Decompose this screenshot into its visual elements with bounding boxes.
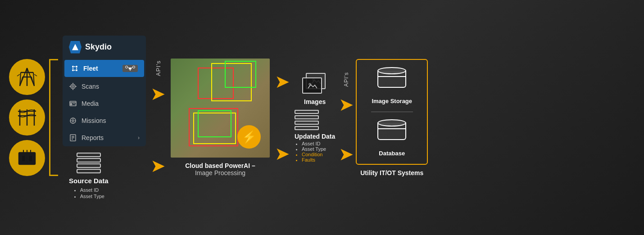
db-stack-icon xyxy=(77,153,101,173)
image-storage-db-icon xyxy=(377,67,406,90)
svg-line-10 xyxy=(34,74,37,76)
source-bullet-2: Asset Type xyxy=(80,194,104,199)
utility-box: Image Storage Database xyxy=(356,59,428,165)
media-label: Media xyxy=(82,100,99,107)
utility-system-label: Utility IT/OT Systems xyxy=(360,169,423,176)
power-tower-icon xyxy=(9,59,45,95)
apis-left-container: API's xyxy=(155,60,162,76)
source-bullet-1: Asset ID xyxy=(80,187,104,193)
missions-icon xyxy=(69,117,77,125)
updated-bullet-3: Condition xyxy=(302,152,326,157)
nav-item-fleet[interactable]: Fleet xyxy=(64,60,144,77)
svg-point-25 xyxy=(76,69,77,71)
updated-bullets: Asset ID Asset Type Condition Faults xyxy=(295,141,326,163)
detect-box-green-2 xyxy=(198,110,231,137)
main-container: Skydio Fleet xyxy=(0,0,644,235)
server-icon xyxy=(295,110,319,130)
center-labels: Cloud based PowerAI – Image Processing xyxy=(185,162,255,176)
media-icon xyxy=(69,99,77,108)
drone-badge xyxy=(122,65,138,72)
missions-label: Missions xyxy=(82,117,106,124)
arrow-right-top: ➤ xyxy=(275,72,290,90)
arrow-to-center-bottom: ➤ xyxy=(150,157,166,175)
chevron-icon: › xyxy=(138,135,140,141)
skydio-header: Skydio xyxy=(63,36,146,59)
updated-bullet-2: Asset Type xyxy=(302,146,326,152)
nav-item-scans[interactable]: Scans xyxy=(63,78,146,95)
svg-rect-27 xyxy=(76,68,77,69)
nav-item-media[interactable]: Media xyxy=(63,95,146,112)
left-bracket-group xyxy=(9,59,63,176)
drone-icon xyxy=(125,66,135,71)
svg-rect-29 xyxy=(74,70,75,71)
arrow-to-utility-top: ➤ xyxy=(339,95,354,113)
database-db-icon xyxy=(377,119,406,143)
scans-label: Scans xyxy=(82,83,99,90)
lines-svg xyxy=(16,107,38,128)
power-lines-icon xyxy=(9,99,45,136)
svg-point-44 xyxy=(71,104,72,105)
apis-right-label: API's xyxy=(343,72,349,87)
detect-box-green-1 xyxy=(225,61,256,88)
svg-point-31 xyxy=(126,66,128,68)
skydio-logo xyxy=(69,41,82,54)
svg-point-56 xyxy=(309,83,311,85)
utility-divider xyxy=(371,112,413,112)
center-image-section: ⚡ Cloud based PowerAI – Image Processing xyxy=(171,59,270,176)
reports-icon xyxy=(69,134,77,142)
apis-right-container: API's ➤ ➤ xyxy=(339,72,354,163)
center-main-label: Cloud based PowerAI – xyxy=(185,162,255,169)
svg-rect-18 xyxy=(29,155,32,162)
nav-item-reports[interactable]: Reports › xyxy=(63,129,146,146)
left-bracket xyxy=(49,59,58,176)
skydio-logo-triangle xyxy=(72,44,78,50)
database-label: Database xyxy=(379,150,405,157)
mountain-icon-front xyxy=(307,82,317,89)
left-arrows: ➤ ➤ xyxy=(150,85,166,175)
updated-data-box: Updated Data Asset ID Asset Type Conditi… xyxy=(295,110,335,163)
svg-rect-30 xyxy=(129,68,132,69)
source-data-label: Source Data xyxy=(69,177,109,185)
transformer-icon xyxy=(9,140,45,176)
image-storage-label: Image Storage xyxy=(372,98,412,104)
svg-line-9 xyxy=(17,74,20,76)
fleet-icon xyxy=(71,64,79,72)
lightning-badge: ⚡ xyxy=(237,125,261,149)
svg-rect-26 xyxy=(73,68,73,69)
svg-point-24 xyxy=(72,69,74,71)
svg-point-37 xyxy=(72,86,74,87)
nav-item-missions[interactable]: Missions xyxy=(63,112,146,129)
apis-left-label: API's xyxy=(155,60,162,76)
svg-point-36 xyxy=(71,84,75,89)
fleet-label: Fleet xyxy=(83,65,98,72)
svg-point-32 xyxy=(133,66,135,68)
skydio-panel: Skydio Fleet xyxy=(63,36,146,146)
images-box: Images xyxy=(295,73,335,105)
svg-point-23 xyxy=(76,66,77,68)
updated-data-label: Updated Data xyxy=(295,133,335,140)
image-stack-icon xyxy=(302,73,327,95)
brand-name: Skydio xyxy=(85,42,112,52)
svg-point-46 xyxy=(72,120,74,122)
source-bullets: Asset ID Asset Type xyxy=(73,187,104,200)
svg-rect-28 xyxy=(74,66,75,67)
utility-column: Image Storage Database Utility IT/OT Sys… xyxy=(356,59,428,176)
apis-right-section: API's ➤ ➤ xyxy=(339,59,354,176)
arrow-to-center-top: ➤ xyxy=(150,85,166,103)
apis-left-section: API's ➤ ➤ xyxy=(150,41,166,194)
right-data-column: Images Updated Data Asset ID Asset Type … xyxy=(295,73,335,163)
center-sub-label: Image Processing xyxy=(185,169,255,176)
scans-icon xyxy=(69,82,77,90)
transformer-svg xyxy=(16,147,38,169)
updated-bullet-4: Faults xyxy=(302,157,326,163)
reports-label: Reports xyxy=(82,134,104,141)
center-label-text: Cloud based PowerAI – xyxy=(185,162,255,169)
svg-rect-17 xyxy=(22,155,25,162)
tower-svg xyxy=(16,66,38,88)
icons-column xyxy=(9,59,45,176)
svg-point-22 xyxy=(72,66,74,68)
reports-row: Reports › xyxy=(82,134,140,141)
images-label: Images xyxy=(304,98,326,105)
source-data-section: Source Data Asset ID Asset Type xyxy=(69,153,109,200)
right-arrows-1: ➤ ➤ xyxy=(275,72,290,163)
